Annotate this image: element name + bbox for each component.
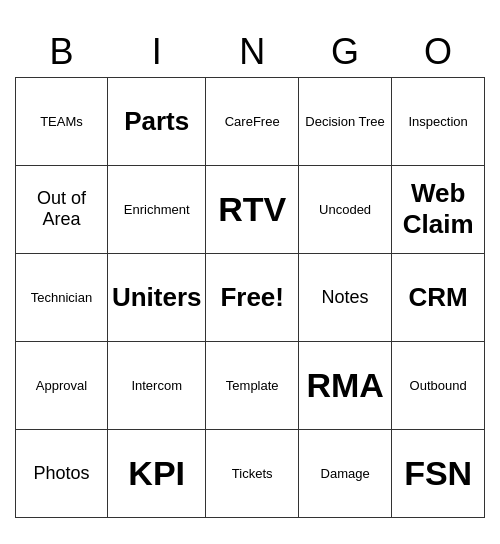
- bingo-cell: Web Claim: [392, 165, 485, 253]
- bingo-cell: CRM: [392, 253, 485, 341]
- bingo-cell: Free!: [206, 253, 298, 341]
- bingo-row: PhotosKPITicketsDamageFSN: [16, 429, 485, 517]
- bingo-cell: Technician: [16, 253, 108, 341]
- bingo-cell: KPI: [107, 429, 206, 517]
- bingo-cell: CareFree: [206, 77, 298, 165]
- bingo-cell: RTV: [206, 165, 298, 253]
- header-letter: G: [298, 27, 391, 78]
- bingo-cell: Out of Area: [16, 165, 108, 253]
- bingo-row: Out of AreaEnrichmentRTVUncodedWeb Claim: [16, 165, 485, 253]
- bingo-row: ApprovalIntercomTemplateRMAOutbound: [16, 341, 485, 429]
- header-row: BINGO: [16, 27, 485, 78]
- bingo-cell: Approval: [16, 341, 108, 429]
- bingo-cell: Uncoded: [298, 165, 391, 253]
- bingo-cell: Uniters: [107, 253, 206, 341]
- bingo-cell: Decision Tree: [298, 77, 391, 165]
- bingo-cell: Notes: [298, 253, 391, 341]
- bingo-cell: Inspection: [392, 77, 485, 165]
- bingo-cell: Outbound: [392, 341, 485, 429]
- bingo-row: TechnicianUnitersFree!NotesCRM: [16, 253, 485, 341]
- header-letter: N: [206, 27, 298, 78]
- bingo-cell: TEAMs: [16, 77, 108, 165]
- bingo-cell: Enrichment: [107, 165, 206, 253]
- bingo-cell: Parts: [107, 77, 206, 165]
- bingo-cell: Tickets: [206, 429, 298, 517]
- header-letter: I: [107, 27, 206, 78]
- bingo-cell: Intercom: [107, 341, 206, 429]
- header-letter: B: [16, 27, 108, 78]
- bingo-cell: Damage: [298, 429, 391, 517]
- bingo-cell: RMA: [298, 341, 391, 429]
- bingo-cell: Template: [206, 341, 298, 429]
- header-letter: O: [392, 27, 485, 78]
- bingo-body: TEAMsPartsCareFreeDecision TreeInspectio…: [16, 77, 485, 517]
- bingo-row: TEAMsPartsCareFreeDecision TreeInspectio…: [16, 77, 485, 165]
- bingo-cell: FSN: [392, 429, 485, 517]
- bingo-card: BINGO TEAMsPartsCareFreeDecision TreeIns…: [15, 27, 485, 518]
- bingo-cell: Photos: [16, 429, 108, 517]
